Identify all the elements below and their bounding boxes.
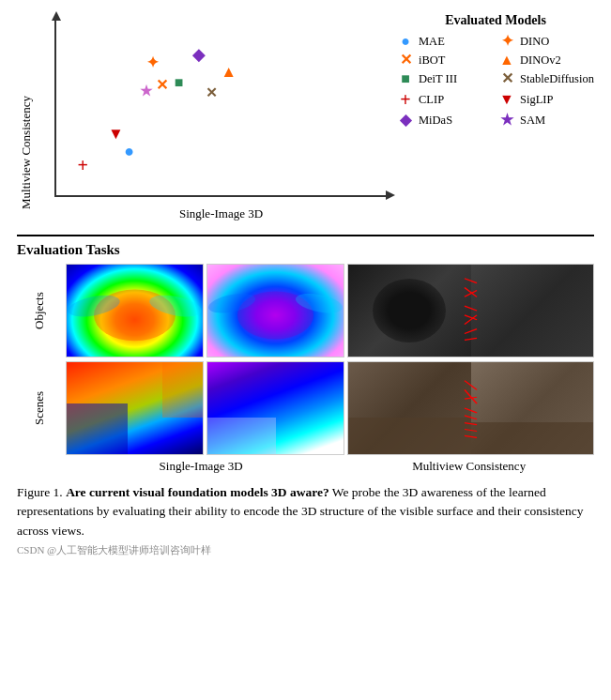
legend-area: Evaluated Models ● MAE ✦ DINO ✕ iBOT ▲ D… bbox=[388, 9, 594, 128]
point-clip: + bbox=[78, 156, 88, 175]
col-labels: Single-Image 3D Multiview Consistency bbox=[62, 459, 594, 474]
watermark: CSDN @人工智能大模型讲师培训咨询叶样 bbox=[17, 544, 211, 555]
legend-deitiii: ■ DeiT III bbox=[397, 71, 493, 86]
objects-label: Objects bbox=[17, 264, 62, 358]
svg-line-18 bbox=[465, 416, 477, 419]
svg-line-21 bbox=[465, 435, 477, 437]
legend-dino-symbol: ✦ bbox=[498, 34, 515, 49]
legend-sam-label: SAM bbox=[520, 114, 545, 128]
svg-line-12 bbox=[465, 329, 477, 334]
svg-line-11 bbox=[465, 315, 477, 325]
legend-sam-symbol: ★ bbox=[498, 113, 515, 128]
legend-dino: ✦ DINO bbox=[498, 34, 594, 49]
svg-line-14 bbox=[465, 381, 477, 390]
legend-deitiii-symbol: ■ bbox=[397, 71, 414, 86]
eval-section: Evaluation Tasks Objects bbox=[17, 242, 594, 474]
legend-siglip: ▼ SigLIP bbox=[498, 90, 594, 109]
scatter-plot: ● ✕ ▲ ■ ★ ✕ + ▼ ◆ ✦ bbox=[54, 19, 388, 197]
legend-clip-symbol: + bbox=[397, 90, 414, 109]
legend-midas-symbol: ◆ bbox=[397, 113, 414, 128]
legend-sam: ★ SAM bbox=[498, 113, 594, 128]
bird-match-box bbox=[347, 264, 594, 358]
legend-stablediff: ✕ StableDiffusion bbox=[498, 71, 594, 86]
svg-line-19 bbox=[465, 423, 477, 425]
point-star: ★ bbox=[140, 84, 152, 99]
svg-line-17 bbox=[465, 408, 477, 413]
section-divider bbox=[17, 235, 594, 236]
point-mae: ● bbox=[124, 143, 134, 160]
x-axis-label: Single-Image 3D bbox=[54, 206, 388, 221]
legend-mae: ● MAE bbox=[397, 34, 493, 49]
point-siglip: ▼ bbox=[108, 126, 124, 142]
point-dinov2: ▲ bbox=[221, 64, 237, 80]
bird-depth-2 bbox=[206, 264, 344, 358]
legend-midas: ◆ MiDaS bbox=[397, 113, 493, 128]
point-stable: ✕ bbox=[206, 85, 218, 99]
scene-depth-2 bbox=[206, 361, 344, 455]
legend-mae-symbol: ● bbox=[397, 34, 414, 49]
legend-ibot-symbol: ✕ bbox=[397, 53, 414, 68]
main-container: Multiview Consistency ● ✕ ▲ ■ ★ ✕ + ▼ bbox=[0, 0, 611, 569]
legend-ibot: ✕ iBOT bbox=[397, 53, 493, 68]
figure-caption: Figure 1. Are current visual foundation … bbox=[17, 483, 594, 559]
eval-title: Evaluation Tasks bbox=[17, 242, 594, 258]
objects-row: Objects bbox=[17, 264, 594, 358]
legend-dinov2-symbol: ▲ bbox=[498, 53, 515, 68]
scenes-images bbox=[66, 361, 594, 455]
y-axis-label: Multiview Consistency bbox=[19, 96, 34, 209]
scenes-label: Scenes bbox=[17, 361, 62, 455]
scenes-row: Scenes bbox=[17, 361, 594, 455]
legend-stable-label: StableDiffusion bbox=[520, 72, 594, 86]
chart-area: Multiview Consistency ● ✕ ▲ ■ ★ ✕ + ▼ bbox=[17, 9, 388, 225]
point-ibot: ✕ bbox=[156, 78, 168, 93]
eval-grid: Objects bbox=[17, 264, 594, 455]
legend-grid: ● MAE ✦ DINO ✕ iBOT ▲ DINOv2 ■ DeiT bbox=[397, 34, 594, 128]
legend-stable-symbol: ✕ bbox=[498, 71, 515, 86]
legend-ibot-label: iBOT bbox=[419, 53, 445, 68]
scene-depth-1 bbox=[66, 361, 204, 455]
legend-clip: + CLIP bbox=[397, 90, 493, 109]
legend-dinov2-label: DINOv2 bbox=[520, 53, 561, 68]
legend-title: Evaluated Models bbox=[397, 13, 594, 28]
point-midas: ◆ bbox=[192, 46, 205, 62]
bird-depth-1 bbox=[66, 264, 204, 358]
svg-line-9 bbox=[465, 306, 477, 311]
legend-dino-label: DINO bbox=[520, 35, 549, 49]
point-dino: ✦ bbox=[146, 55, 159, 70]
point-deitiii: ■ bbox=[175, 75, 184, 90]
legend-clip-label: CLIP bbox=[419, 93, 444, 107]
col-label-multiview: Multiview Consistency bbox=[344, 459, 594, 474]
svg-line-20 bbox=[465, 430, 477, 432]
chart-section: Multiview Consistency ● ✕ ▲ ■ ★ ✕ + ▼ bbox=[17, 9, 594, 225]
caption-bold: Are current visual foundation models 3D … bbox=[66, 485, 329, 499]
legend-mae-label: MAE bbox=[419, 35, 445, 49]
legend-siglip-symbol: ▼ bbox=[498, 92, 515, 107]
legend-midas-label: MiDaS bbox=[419, 114, 452, 128]
legend-deitiii-label: DeiT III bbox=[419, 72, 457, 86]
svg-line-15 bbox=[465, 389, 477, 403]
svg-line-13 bbox=[465, 338, 477, 340]
figure-label: Figure 1. bbox=[17, 485, 63, 499]
objects-images bbox=[66, 264, 594, 358]
bird-match-lines bbox=[348, 265, 593, 357]
svg-line-6 bbox=[465, 279, 477, 283]
legend-siglip-label: SigLIP bbox=[520, 93, 553, 107]
col-label-single-image: Single-Image 3D bbox=[62, 459, 340, 474]
legend-dinov2: ▲ DINOv2 bbox=[498, 53, 594, 68]
scene-match-lines bbox=[348, 362, 593, 454]
scene-match-box bbox=[347, 361, 594, 455]
